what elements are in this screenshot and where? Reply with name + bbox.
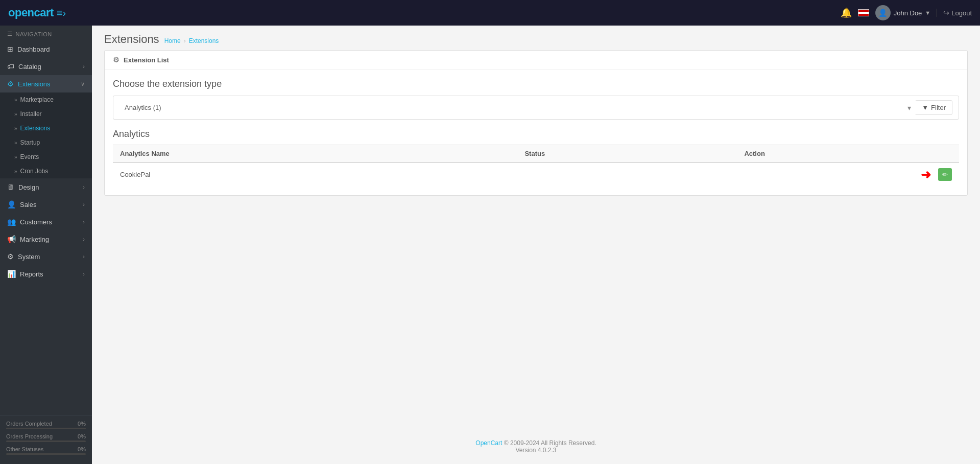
chevron-right-icon: › <box>83 219 85 225</box>
logo-icon: ≡› <box>57 7 66 19</box>
top-navbar-right: 🔔 👤 John Doe ▼ ↪ Logout <box>841 5 972 20</box>
sidebar-item-label: Marketing <box>20 236 49 243</box>
catalog-icon: 🏷 <box>7 62 14 71</box>
page-title: Extensions <box>104 33 159 46</box>
extension-list-card: ⚙ Extension List Choose the extension ty… <box>104 50 968 196</box>
chevron-right-icon: › <box>83 253 85 260</box>
stat-orders-completed: Orders Completed 0% <box>6 421 86 429</box>
stat-value: 0% <box>78 433 86 439</box>
user-chevron-icon: ▼ <box>925 10 930 16</box>
sidebar-item-label: Design <box>18 183 39 191</box>
page-footer: OpenCart © 2009-2024 All Rights Reserved… <box>92 429 980 464</box>
extensions-submenu: » Marketplace » Installer » Extensions »… <box>0 92 92 178</box>
sidebar-sub-item-installer[interactable]: » Installer <box>0 107 92 121</box>
top-navbar: opencart ≡› 🔔 👤 John Doe ▼ ↪ Logout <box>0 0 980 26</box>
stat-value: 0% <box>78 446 86 452</box>
sidebar-stats: Orders Completed 0% Orders Processing 0% <box>0 415 92 464</box>
chevron-right-icon: › <box>83 201 85 207</box>
td-action: ➜ ✏ <box>737 163 959 186</box>
sidebar-item-label: Customers <box>20 218 52 226</box>
customers-icon: 👥 <box>7 218 16 226</box>
sidebar-item-dashboard[interactable]: ⊞ Dashboard <box>0 40 92 58</box>
stat-label: Orders Completed <box>6 421 52 427</box>
red-arrow-icon: ➜ <box>921 168 931 182</box>
breadcrumb-current[interactable]: Extensions <box>189 37 219 44</box>
analytics-table: Analytics Name Status Action CookiePal ➜ <box>113 145 959 186</box>
sidebar-item-sales[interactable]: 👤 Sales › <box>0 196 92 213</box>
th-analytics-name: Analytics Name <box>113 145 517 163</box>
breadcrumb-home[interactable]: Home <box>164 37 181 44</box>
main-layout: ☰ NAVIGATION ⊞ Dashboard 🏷 Catalog › ⚙ E… <box>0 26 980 464</box>
footer-brand-link[interactable]: OpenCart <box>475 439 502 447</box>
th-status: Status <box>517 145 737 163</box>
sub-chevron-icon: » <box>14 97 17 103</box>
td-analytics-name: CookiePal <box>113 163 517 186</box>
sub-chevron-icon: » <box>14 111 17 117</box>
sidebar-item-customers[interactable]: 👥 Customers › <box>0 213 92 230</box>
stat-label: Orders Processing <box>6 433 53 439</box>
sub-chevron-icon: » <box>14 126 17 131</box>
sidebar-sub-item-events[interactable]: » Events <box>0 150 92 164</box>
sidebar-item-label: Extensions <box>18 80 51 88</box>
avatar: 👤 <box>875 5 891 20</box>
sidebar-sub-item-startup[interactable]: » Startup <box>0 135 92 150</box>
flag-icon[interactable] <box>858 9 869 16</box>
footer-copyright: © 2009-2024 All Rights Reserved. <box>504 439 596 447</box>
sidebar-sub-item-cron-jobs[interactable]: » Cron Jobs <box>0 164 92 178</box>
sidebar-item-design[interactable]: 🖥 Design › <box>0 178 92 196</box>
sub-item-label: Marketplace <box>20 96 54 103</box>
sidebar: ☰ NAVIGATION ⊞ Dashboard 🏷 Catalog › ⚙ E… <box>0 26 92 464</box>
sidebar-item-label: Catalog <box>18 63 41 71</box>
chevron-right-icon: › <box>83 271 85 277</box>
sidebar-sub-item-extensions[interactable]: » Extensions <box>0 121 92 135</box>
sales-icon: 👤 <box>7 200 16 208</box>
chevron-down-icon: ∨ <box>81 81 85 87</box>
bell-icon[interactable]: 🔔 <box>841 7 852 18</box>
stat-label: Other Statuses <box>6 446 43 452</box>
table-header-row: Analytics Name Status Action <box>113 145 959 163</box>
analytics-heading: Analytics <box>113 129 959 140</box>
sub-chevron-icon: » <box>14 154 17 160</box>
logout-button[interactable]: ↪ Logout <box>937 9 972 17</box>
table-row: CookiePal ➜ ✏ <box>113 163 959 186</box>
th-action: Action <box>737 145 959 163</box>
card-body: Choose the extension type Analytics (1) … <box>105 69 967 195</box>
filter-button[interactable]: ▼ Filter <box>915 100 952 115</box>
ext-type-select[interactable]: Analytics (1) Fraud Payment Shipping Tot… <box>119 101 920 114</box>
card-header-label: Extension List <box>124 56 169 64</box>
user-menu[interactable]: 👤 John Doe ▼ <box>875 5 931 20</box>
sidebar-item-system[interactable]: ⚙ System › <box>0 248 92 265</box>
dashboard-icon: ⊞ <box>7 45 13 53</box>
sidebar-item-extensions[interactable]: ⚙ Extensions ∨ <box>0 75 92 92</box>
logout-icon: ↪ <box>943 9 949 17</box>
logo[interactable]: opencart ≡› <box>8 6 66 19</box>
reports-icon: 📊 <box>7 270 16 278</box>
puzzle-icon: ⚙ <box>113 56 119 64</box>
edit-button[interactable]: ✏ <box>938 168 952 181</box>
page-header: Extensions Home › Extensions <box>92 26 980 50</box>
ext-type-heading: Choose the extension type <box>113 79 959 89</box>
system-icon: ⚙ <box>7 252 14 261</box>
filter-icon: ▼ <box>922 104 928 111</box>
sub-item-label: Cron Jobs <box>20 168 49 175</box>
stat-bar <box>6 440 86 442</box>
pencil-icon: ✏ <box>942 171 948 178</box>
sidebar-item-label: Dashboard <box>17 45 50 53</box>
td-status <box>517 163 737 186</box>
sidebar-sub-item-marketplace[interactable]: » Marketplace <box>0 92 92 107</box>
logout-label: Logout <box>951 9 972 17</box>
sub-item-label: Extensions <box>20 125 51 132</box>
footer-version: Version 4.0.2.3 <box>515 447 556 454</box>
chevron-right-icon: › <box>83 63 85 69</box>
filter-label: Filter <box>931 104 946 111</box>
sidebar-item-reports[interactable]: 📊 Reports › <box>0 265 92 283</box>
sub-item-label: Installer <box>20 110 42 118</box>
extensions-icon: ⚙ <box>7 80 14 88</box>
stat-bar <box>6 428 86 429</box>
sub-chevron-icon: » <box>14 140 17 146</box>
hamburger-icon: ☰ <box>7 31 13 37</box>
chevron-right-icon: › <box>83 184 85 190</box>
sidebar-item-catalog[interactable]: 🏷 Catalog › <box>0 58 92 75</box>
sidebar-item-marketing[interactable]: 📢 Marketing › <box>0 230 92 248</box>
sub-chevron-icon: » <box>14 169 17 174</box>
